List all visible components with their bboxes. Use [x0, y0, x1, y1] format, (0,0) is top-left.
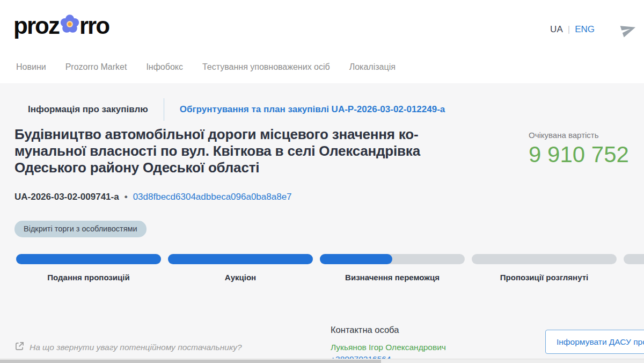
- flower-icon: [59, 12, 79, 40]
- inform-dasu-button[interactable]: Інформувати ДАСУ про: [545, 330, 644, 354]
- main-nav: Новини Prozorro Market Інфобокс Тестуван…: [16, 62, 396, 72]
- tender-id: UA-2026-03-02-009741-a: [14, 192, 119, 202]
- tender-progress: Подання пропозиційАукціонВизначення пере…: [16, 254, 644, 282]
- nav-item-prozorro-market[interactable]: Prozorro Market: [65, 62, 127, 72]
- tender-tabs: Інформація про закупівлю Обгрунтування т…: [28, 98, 445, 121]
- progress-segment-fill: [16, 254, 161, 264]
- logo-text-post: rro: [79, 12, 109, 39]
- progress-stage-label: Подання пропозицій: [16, 273, 161, 282]
- send-icon[interactable]: [620, 21, 636, 40]
- nav-item-testing[interactable]: Тестування уповноважених осіб: [202, 62, 330, 72]
- scrollbar-thumb[interactable]: [0, 360, 381, 363]
- contact-name-link[interactable]: Лукьянов Ігор Олександрович: [331, 343, 446, 352]
- contact-block: Контактна особа Лукьянов Ігор Олександро…: [331, 325, 446, 363]
- procedure-type-badge: Відкриті торги з особливостями: [14, 221, 147, 237]
- horizontal-scrollbar[interactable]: [0, 359, 644, 363]
- external-link-icon: [15, 342, 24, 353]
- progress-segment: [168, 254, 313, 264]
- tab-divider: [164, 98, 164, 121]
- progress-stage-label: Аукціон: [168, 273, 313, 282]
- progress-stage-label: Визначення переможця: [320, 273, 465, 282]
- expected-value-block: Очікувана вартість 9 910 752: [529, 130, 644, 167]
- lang-eng[interactable]: ENG: [575, 24, 595, 35]
- language-switcher: UA | ENG: [550, 24, 595, 35]
- tender-page: Інформація про закупівлю Обгрунтування т…: [0, 83, 644, 363]
- progress-segment: [624, 254, 644, 264]
- progress-track: [16, 254, 644, 264]
- progress-labels: Подання пропозиційАукціонВизначення пере…: [16, 273, 644, 282]
- site-header: proz rro UA | ENG Новини Prozorro Market: [0, 0, 644, 83]
- progress-segment: [320, 254, 465, 264]
- lang-ua[interactable]: UA: [550, 24, 563, 35]
- progress-stage-label: [624, 273, 644, 282]
- logo-text-pre: proz: [13, 12, 59, 39]
- tender-id-row: UA-2026-03-02-009741-a • 03d8fbecd6304ad…: [14, 192, 292, 202]
- tab-procurement-info[interactable]: Інформація про закупівлю: [28, 104, 148, 115]
- lang-separator: |: [568, 24, 570, 35]
- tender-title: Будівництво автомобільної дороги місцево…: [14, 126, 468, 176]
- nav-item-infobox[interactable]: Інфобокс: [146, 62, 183, 72]
- nav-item-localization[interactable]: Локалізація: [349, 62, 396, 72]
- tab-plan-link[interactable]: Обгрунтування та план закупівлі UA-P-202…: [180, 104, 445, 115]
- prozorro-logo[interactable]: proz rro: [13, 12, 109, 40]
- nav-item-news[interactable]: Новини: [16, 62, 46, 72]
- supplier-note-text: На що звернути увагу потенційному постач…: [30, 343, 242, 352]
- contact-heading: Контактна особа: [331, 325, 446, 335]
- supplier-note-link[interactable]: На що звернути увагу потенційному постач…: [15, 342, 242, 353]
- progress-segment: [16, 254, 161, 264]
- progress-segment-fill: [320, 254, 392, 264]
- id-separator: •: [125, 192, 128, 202]
- expected-value-amount: 9 910 752: [529, 142, 644, 167]
- progress-segment-fill: [168, 254, 313, 264]
- progress-segment: [472, 254, 617, 264]
- expected-value-label: Очікувана вартість: [529, 130, 644, 140]
- tender-hash-link[interactable]: 03d8fbecd6304adbbeca096a0ba8a8e7: [133, 192, 292, 202]
- progress-stage-label: Пропозиції розглянуті: [472, 273, 617, 282]
